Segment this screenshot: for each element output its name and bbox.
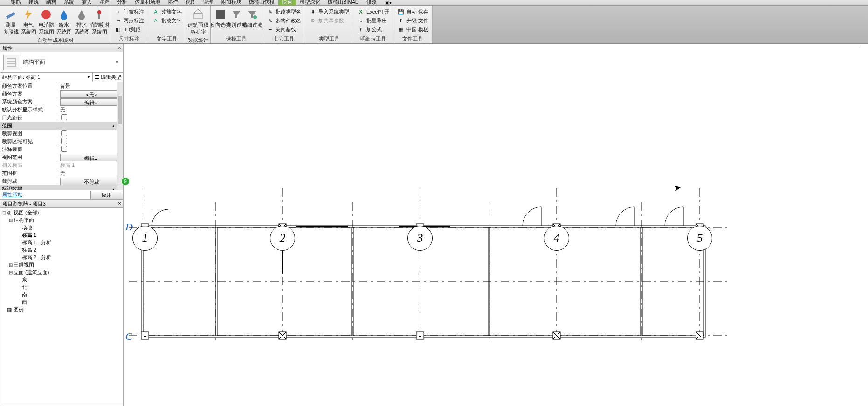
ribbon-tab[interactable]: 协作 xyxy=(164,0,182,5)
btn-change-family-text[interactable]: A改族文字 xyxy=(150,7,184,16)
tree-row[interactable]: 北 xyxy=(0,283,123,291)
btn-import-sys-type[interactable]: ⬇导入系统类型 xyxy=(307,7,351,16)
prop-group[interactable]: 标识数据▴ xyxy=(0,185,123,190)
tree-row[interactable]: 南 xyxy=(0,291,123,298)
tree-row[interactable]: 标高 1 - 分析 xyxy=(0,239,123,246)
sunpath-checkbox[interactable] xyxy=(61,114,67,120)
btn-building-area[interactable]: 建筑面积容积率 xyxy=(189,7,207,36)
btn-excel-open[interactable]: XExcel打开 xyxy=(355,7,391,16)
prop-value[interactable]: 无 xyxy=(58,106,123,113)
dropdown-icon[interactable]: ▼ xyxy=(115,60,120,65)
svg-rect-7 xyxy=(216,10,225,19)
btn-door-window-dim[interactable]: ↔门窗标注 xyxy=(112,7,146,16)
ribbon-tab-active[interactable]: 快速 xyxy=(278,0,296,5)
btn-sprinkler[interactable]: 消防喷淋系统图 xyxy=(90,7,108,36)
btn-elec-fire[interactable]: 电消防系统图 xyxy=(37,7,55,36)
btn-electric[interactable]: 电气系统图 xyxy=(20,7,37,36)
edit-type-icon: ☰ xyxy=(95,74,99,80)
prop-key: 裁剪区域可见 xyxy=(0,138,58,145)
prop-key: 日光路径 xyxy=(0,114,58,121)
prop-value[interactable] xyxy=(58,146,123,153)
cropvisible-checkbox[interactable] xyxy=(61,138,67,144)
depth-crop-button[interactable]: 不剪裁 xyxy=(60,178,123,185)
ribbon-tab[interactable]: 系统 xyxy=(60,0,78,5)
view-range-button[interactable]: 编辑... xyxy=(60,154,123,161)
prop-value[interactable]: 编辑... xyxy=(58,98,123,106)
prop-value[interactable] xyxy=(58,114,123,121)
tree-row[interactable]: ⊟立面 (建筑立面) xyxy=(0,268,123,276)
apply-button[interactable]: 应用 xyxy=(90,191,123,199)
tree-row[interactable]: 东 xyxy=(0,276,123,283)
ribbon-tab[interactable]: 建筑 xyxy=(25,0,42,5)
type-selector[interactable]: 结构平面 ▼ xyxy=(0,52,124,73)
baseline-icon: ━ xyxy=(266,26,274,33)
ribbon-tab[interactable]: 体量和场地 xyxy=(131,0,164,5)
funnel-icon xyxy=(229,7,243,21)
ribbon-tab[interactable]: 注释 xyxy=(96,0,113,5)
cropview-checkbox[interactable] xyxy=(61,130,67,136)
tree-toggle-icon[interactable]: ⊟ xyxy=(8,270,14,275)
close-icon[interactable]: × xyxy=(116,200,123,207)
tree-row[interactable]: ⊟◎视图 (全部) xyxy=(0,209,123,216)
color-scheme-button[interactable]: <无> xyxy=(60,90,123,98)
tree-toggle-icon[interactable]: ⊞ xyxy=(8,262,14,268)
btn-china-template[interactable]: ▦中国 模板 xyxy=(395,25,430,34)
btn-close-baseline[interactable]: ━关闭基线 xyxy=(264,25,303,34)
prop-group[interactable]: 范围▴ xyxy=(0,122,123,130)
btn-autosave[interactable]: 💾自动 保存 xyxy=(395,7,430,16)
edit-type-button[interactable]: ☰编辑类型 xyxy=(93,74,123,81)
btn-multi-rename[interactable]: ✎多构件改名 xyxy=(264,16,303,25)
prop-value[interactable]: <无> xyxy=(58,90,123,98)
tree-row-active[interactable]: 标高 1 xyxy=(0,231,123,239)
ribbon-tab[interactable]: 管理 xyxy=(200,0,217,5)
ribbon-tab[interactable]: 附加模块 xyxy=(217,0,245,5)
prop-value[interactable]: 无 xyxy=(58,170,123,177)
ribbon-tab[interactable]: 修改 xyxy=(363,0,380,5)
drawing-canvas[interactable]: 9 — D C ➤ xyxy=(124,44,868,406)
text-icon: A xyxy=(152,17,159,24)
ribbon-tab[interactable]: 视图 xyxy=(182,0,200,5)
ribbon-tab[interactable]: 结构 xyxy=(42,0,60,5)
annocrop-checkbox[interactable] xyxy=(61,146,67,152)
properties-help-link[interactable]: 属性帮助 xyxy=(2,191,23,198)
tree-row[interactable]: 标高 2 xyxy=(0,246,123,254)
prop-value[interactable] xyxy=(58,130,123,137)
prop-value[interactable]: 编辑... xyxy=(58,154,123,161)
properties-scrollbar[interactable] xyxy=(117,82,123,190)
instance-selector[interactable]: 结构平面: 标高 1▼ xyxy=(0,73,93,82)
ribbon-expand-icon[interactable]: ▣▾ xyxy=(382,0,394,5)
btn-measure[interactable]: 测量多段线 xyxy=(2,7,20,36)
tree-row[interactable]: ⊞三维视图 xyxy=(0,261,123,268)
ribbon-tab[interactable]: 橄榄山快模 xyxy=(245,0,278,5)
btn-two-point-dim[interactable]: ⇔两点标注 xyxy=(112,16,146,25)
ribbon-tab[interactable]: 钢筋 xyxy=(7,0,25,5)
tree-row[interactable]: ⊟结构平面 xyxy=(0,216,123,224)
btn-add-formula[interactable]: ƒ加公式 xyxy=(355,25,391,34)
prop-value[interactable]: 背景 xyxy=(58,83,123,89)
ribbon-tab[interactable]: 模型深化 xyxy=(296,0,324,5)
prop-value[interactable] xyxy=(58,138,123,145)
ribbon-tab[interactable]: 橄榄山BIM4D xyxy=(324,0,363,5)
tree-row[interactable]: ▦图例 xyxy=(0,306,123,313)
btn-precise-filter[interactable]: 精细过滤 xyxy=(244,7,260,29)
btn-batch-change-text[interactable]: A批改文字 xyxy=(150,16,184,25)
sys-color-button[interactable]: 编辑... xyxy=(60,98,123,106)
btn-water-supply[interactable]: 给水系统图 xyxy=(55,7,73,36)
prop-value[interactable]: 不剪裁 xyxy=(58,178,123,185)
btn-batch-export[interactable]: ⤓批量导出 xyxy=(355,16,391,25)
tree-toggle-icon[interactable]: ⊟ xyxy=(8,218,14,223)
ribbon-tab[interactable]: 分析 xyxy=(113,0,131,5)
tree-row[interactable]: 西 xyxy=(0,298,123,306)
btn-upgrade-file[interactable]: ⬆升级 文件 xyxy=(395,16,430,25)
tree-row[interactable]: 标高 2 - 分析 xyxy=(0,254,123,261)
tree-toggle-icon[interactable]: ⊟ xyxy=(1,210,7,215)
tree-row[interactable]: 场地 xyxy=(0,224,123,231)
close-icon[interactable]: × xyxy=(116,44,123,52)
ribbon-tab[interactable]: 插入 xyxy=(78,0,96,5)
scroll-thumb[interactable] xyxy=(118,96,122,124)
btn-change-type-name[interactable]: ✎批改类型名 xyxy=(264,7,303,16)
btn-drain[interactable]: 排水系统图 xyxy=(73,7,90,36)
panel-label: 其它工具 xyxy=(274,35,294,43)
btn-3d-measure[interactable]: ◧3D测距 xyxy=(112,25,146,34)
svg-marker-1 xyxy=(25,9,32,20)
